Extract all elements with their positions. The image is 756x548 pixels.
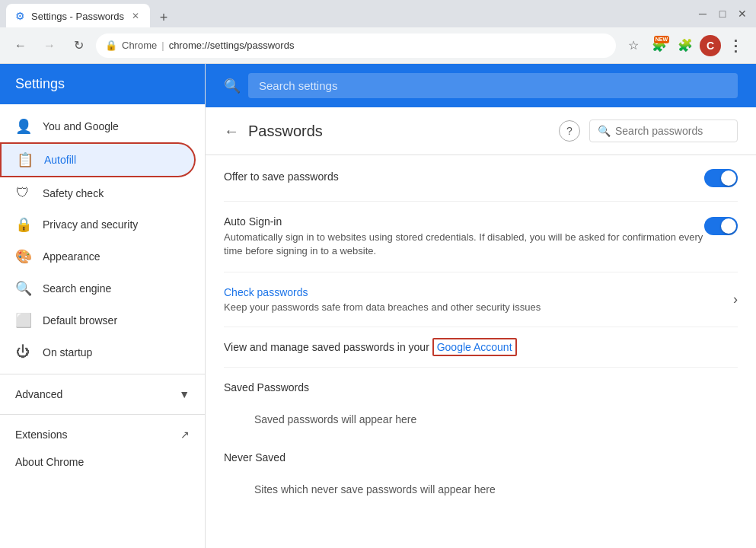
sidebar-advanced-label: Advanced [15, 388, 62, 400]
chrome-menu-button[interactable]: ⋮ [724, 34, 747, 57]
settings-search-input[interactable] [248, 73, 738, 98]
close-button[interactable]: ✕ [735, 6, 750, 21]
auto-sign-in-info: Auto Sign-in Automatically sign in to we… [224, 215, 704, 258]
sidebar-item-privacy-security-label: Privacy and security [43, 218, 138, 231]
shield-icon: 🛡 [15, 185, 30, 201]
auto-sign-in-toggle[interactable] [704, 217, 738, 235]
sidebar-item-autofill-label: Autofill [44, 154, 76, 166]
check-passwords-title: Check passwords [224, 286, 733, 298]
sidebar-header: Settings [0, 64, 205, 104]
settings-search-bar: 🔍 [206, 64, 756, 107]
google-account-row: View and manage saved passwords in your … [224, 327, 738, 368]
google-account-prefix-text: View and manage saved passwords in your [224, 341, 432, 353]
sidebar-item-you-and-google-label: You and Google [43, 120, 119, 132]
active-tab[interactable]: ⚙ Settings - Passwords ✕ [6, 4, 150, 28]
reload-button[interactable]: ↻ [67, 34, 90, 57]
sidebar-item-appearance-label: Appearance [43, 250, 100, 263]
offer-save-passwords-title: Offer to save passwords [224, 170, 704, 183]
search-passwords-box: 🔍 [589, 119, 738, 142]
extensions-button[interactable]: 🧩 NEW [648, 34, 671, 57]
sidebar-item-autofill[interactable]: 📋 Autofill [0, 142, 196, 177]
forward-button[interactable]: → [38, 34, 61, 57]
sidebar-item-default-browser-label: Default browser [43, 314, 117, 327]
check-passwords-row[interactable]: Check passwords Keep your passwords safe… [224, 272, 738, 327]
sidebar-item-safety-check[interactable]: 🛡 Safety check [0, 177, 196, 209]
help-circle-icon[interactable]: ? [559, 120, 580, 142]
sidebar-about-chrome[interactable]: About Chrome [0, 448, 205, 476]
sidebar-item-appearance[interactable]: 🎨 Appearance [0, 241, 196, 272]
bookmark-button[interactable]: ☆ [622, 34, 645, 57]
address-box[interactable]: 🔒 Chrome | chrome://settings/passwords [96, 33, 616, 58]
never-saved-section-heading: Never Saved [224, 438, 738, 471]
never-saved-empty-state: Sites which never save passwords will ap… [224, 471, 738, 508]
address-url: chrome://settings/passwords [169, 40, 295, 51]
sidebar-item-on-startup-label: On startup [43, 346, 92, 358]
offer-save-passwords-row: Offer to save passwords [224, 155, 738, 202]
saved-passwords-section-heading: Saved Passwords [224, 368, 738, 401]
sidebar-divider [0, 374, 205, 374]
sidebar-navigation: 👤 You and Google 📋 Autofill 🛡 Safety che… [0, 104, 205, 482]
search-passwords-input[interactable] [615, 125, 729, 137]
sidebar-about-label: About Chrome [15, 456, 84, 468]
puzzle-icon-button[interactable]: 🧩 [674, 34, 697, 57]
passwords-page-title: Passwords [248, 123, 550, 140]
title-bar: ⚙ Settings - Passwords ✕ + ─ □ ✕ [0, 0, 756, 27]
back-button[interactable]: ← [9, 34, 32, 57]
sidebar: Settings 👤 You and Google 📋 Autofill 🛡 S… [0, 64, 206, 548]
tab-favicon: ⚙ [15, 10, 25, 22]
autofill-icon: 📋 [17, 151, 32, 168]
maximize-button[interactable]: □ [715, 6, 730, 21]
sidebar-extensions-label: Extensions [15, 429, 67, 441]
magnifier-icon: 🔍 [15, 280, 30, 297]
tab-close-button[interactable]: ✕ [130, 9, 141, 23]
search-icon: 🔍 [224, 78, 241, 94]
sidebar-item-search-engine-label: Search engine [43, 282, 111, 295]
sidebar-divider-2 [0, 414, 205, 415]
auto-sign-in-desc: Automatically sign in to websites using … [224, 231, 704, 258]
address-secure-icon: 🔒 [105, 40, 117, 51]
sidebar-item-privacy-security[interactable]: 🔒 Privacy and security [0, 209, 196, 241]
address-bar-row: ← → ↻ 🔒 Chrome | chrome://settings/passw… [0, 27, 756, 64]
address-prefix: Chrome [122, 40, 157, 51]
avatar-letter: C [707, 40, 714, 52]
address-separator: | [161, 40, 164, 51]
offer-save-passwords-toggle[interactable] [704, 169, 738, 187]
new-tab-button[interactable]: + [153, 7, 174, 28]
chevron-down-icon: ▼ [179, 388, 190, 400]
auto-sign-in-row: Auto Sign-in Automatically sign in to we… [224, 202, 738, 272]
sidebar-item-search-engine[interactable]: 🔍 Search engine [0, 272, 196, 304]
passwords-content: Offer to save passwords Auto Sign-in Aut… [206, 155, 756, 508]
main-panel: 🔍 ← Passwords ? 🔍 [206, 64, 756, 548]
browser-icon: ⬜ [15, 312, 30, 329]
power-icon: ⏻ [15, 344, 30, 360]
passwords-page: ← Passwords ? 🔍 Offer to save passwords [206, 107, 756, 548]
check-passwords-info: Check passwords Keep your passwords safe… [224, 286, 733, 313]
chevron-right-icon: › [733, 292, 738, 307]
person-icon: 👤 [15, 118, 30, 135]
google-account-link[interactable]: Google Account [432, 338, 517, 356]
offer-save-passwords-info: Offer to save passwords [224, 170, 704, 186]
minimize-button[interactable]: ─ [695, 6, 710, 21]
account-avatar-button[interactable]: C [700, 35, 721, 56]
external-link-icon: ↗ [180, 429, 190, 441]
palette-icon: 🎨 [15, 248, 30, 265]
check-passwords-desc: Keep your passwords safe from data breac… [224, 301, 733, 313]
sidebar-extensions[interactable]: Extensions ↗ [0, 421, 205, 448]
sidebar-item-on-startup[interactable]: ⏻ On startup [0, 336, 196, 368]
search-passwords-icon: 🔍 [598, 125, 611, 137]
sidebar-item-default-browser[interactable]: ⬜ Default browser [0, 304, 196, 336]
lock-icon: 🔒 [15, 216, 30, 233]
sidebar-advanced-section[interactable]: Advanced ▼ [0, 381, 205, 408]
new-badge: NEW [654, 36, 669, 43]
sidebar-item-you-and-google[interactable]: 👤 You and Google [0, 110, 196, 142]
auto-sign-in-title: Auto Sign-in [224, 215, 704, 228]
sidebar-title: Settings [15, 76, 65, 91]
tab-title: Settings - Passwords [31, 11, 124, 22]
saved-passwords-empty-state: Saved passwords will appear here [224, 401, 738, 438]
passwords-back-button[interactable]: ← [224, 123, 239, 140]
sidebar-item-safety-check-label: Safety check [43, 187, 104, 199]
passwords-header: ← Passwords ? 🔍 [206, 107, 756, 155]
